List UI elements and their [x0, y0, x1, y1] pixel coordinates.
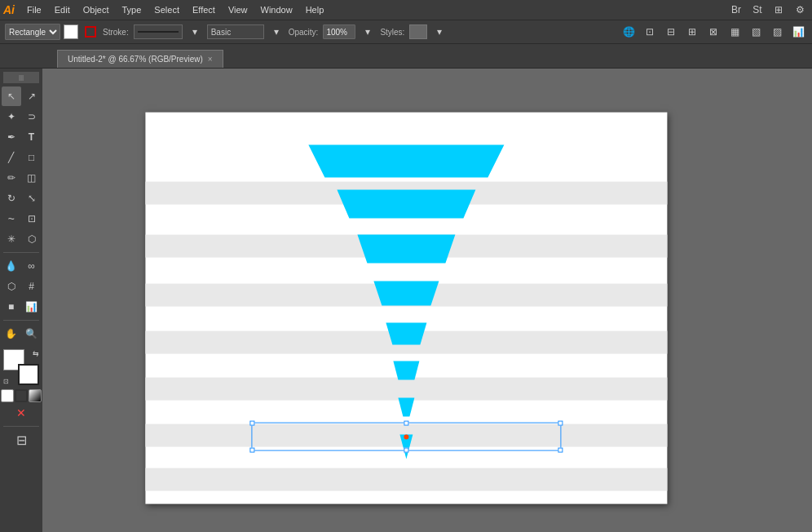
menu-file[interactable]: File — [21, 3, 47, 16]
opacity-arrow-btn[interactable]: ▾ — [359, 23, 377, 41]
align-icon-3[interactable]: ⊞ — [683, 23, 701, 41]
gradient-tools-row: ■ 📊 — [2, 297, 42, 317]
gradient-mode-btn[interactable] — [29, 389, 42, 402]
tab-bar: Untitled-2* @ 66.67% (RGB/Preview) × — [0, 44, 812, 69]
style-label: Styles: — [380, 28, 404, 37]
globe-icon-btn[interactable]: 🌐 — [620, 23, 638, 41]
menu-effect[interactable]: Effect — [187, 3, 221, 16]
direct-select-tool-btn[interactable]: ↗ — [22, 86, 42, 106]
artboard — [145, 113, 667, 504]
top-right-icons: Br St ⊞ ⚙ — [727, 1, 809, 19]
pencil-tool-btn[interactable]: ✏ — [2, 168, 21, 188]
handle-tl[interactable] — [249, 421, 254, 426]
tab-close-btn[interactable]: × — [208, 55, 213, 64]
funnel-level-2 — [337, 190, 475, 219]
eraser-tool-btn[interactable]: ◫ — [22, 168, 42, 188]
canvas-area — [42, 69, 812, 532]
funnel-level-6 — [393, 361, 419, 380]
menu-bar: Ai File Edit Object Type Select Effect V… — [0, 0, 812, 20]
pen-tools-row: ✒ T — [2, 127, 42, 147]
handle-br[interactable] — [558, 448, 563, 453]
puppet-warp-tool-btn[interactable]: ✳ — [2, 229, 21, 249]
pencil-tools-row: ✏ ◫ — [2, 168, 42, 188]
graph-tool-btn[interactable]: 📊 — [22, 297, 42, 317]
left-toolbar: ||| ↖ ↗ ✦ ⊃ ✒ T ╱ □ ✏ ◫ ↻ — [0, 69, 42, 532]
menu-object[interactable]: Object — [77, 3, 115, 16]
app-logo: Ai — [3, 3, 15, 16]
center-handle[interactable] — [404, 434, 408, 439]
scale-tool-btn[interactable]: ⤡ — [22, 188, 42, 208]
paint-tools-row: 💧 ∞ — [2, 256, 42, 276]
free-transform-tool-btn[interactable]: ⊡ — [22, 209, 42, 228]
rect-tool-btn[interactable]: □ — [22, 148, 42, 167]
stroke-dropdown-btn[interactable]: ▾ — [186, 23, 204, 41]
handle-bm[interactable] — [404, 448, 408, 453]
type-tool-btn[interactable]: T — [22, 127, 42, 147]
warp-tools-row: ~ ⊡ — [2, 209, 42, 228]
default-colors-icon[interactable]: ⊡ — [3, 378, 9, 385]
align-icon-6[interactable]: ▧ — [747, 23, 765, 41]
line-tool-btn[interactable]: ╱ — [2, 148, 21, 167]
stroke-width-input[interactable]: Basic — [207, 24, 264, 39]
swap-colors-icon[interactable]: ⇆ — [33, 349, 39, 357]
live-paint-tool-btn[interactable]: ⬡ — [2, 277, 21, 296]
funnel-level-1 — [308, 145, 504, 178]
fill-color-swatch[interactable] — [64, 24, 78, 39]
eyedropper-tool-btn[interactable]: 💧 — [2, 256, 21, 276]
zoom-tool-btn[interactable]: 🔍 — [22, 324, 42, 344]
toolbar-divider-3 — [3, 426, 39, 427]
mesh-tool-btn[interactable]: # — [22, 277, 42, 296]
stroke-box[interactable] — [18, 364, 39, 385]
align-icon-1[interactable]: ⊡ — [641, 23, 659, 41]
stroke-color-btn[interactable] — [82, 23, 99, 41]
select-tools-row: ↖ ↗ — [2, 86, 42, 106]
menu-select[interactable]: Select — [148, 3, 185, 16]
handle-tr[interactable] — [558, 421, 563, 426]
document-tab[interactable]: Untitled-2* @ 66.67% (RGB/Preview) × — [57, 50, 223, 68]
align-icon-7[interactable]: ▨ — [768, 23, 786, 41]
mode-row: ✕ — [11, 403, 31, 423]
st-icon-btn[interactable]: St — [748, 1, 766, 19]
rotate-tool-btn[interactable]: ↻ — [2, 188, 21, 208]
zoom-tools-row: ✋ 🔍 — [2, 324, 42, 344]
hand-tool-btn[interactable]: ✋ — [2, 324, 21, 344]
funnel-level-3 — [357, 235, 455, 264]
align-icon-4[interactable]: ⊠ — [704, 23, 722, 41]
magic-lasso-row: ✦ ⊃ — [2, 107, 42, 126]
selection-rect — [251, 423, 561, 451]
warp-tool-btn[interactable]: ~ — [2, 209, 21, 228]
menu-view[interactable]: View — [223, 3, 254, 16]
magic-wand-tool-btn[interactable]: ✦ — [2, 107, 21, 126]
style-dropdown-btn[interactable]: ▾ — [430, 23, 448, 41]
align-icon-5[interactable]: ▦ — [726, 23, 744, 41]
graph-icon-btn[interactable]: 📊 — [789, 23, 807, 41]
lasso-tool-btn[interactable]: ⊃ — [22, 107, 42, 126]
basic-dropdown-btn[interactable]: ▾ — [267, 23, 285, 41]
grid-icon-btn[interactable]: ⊞ — [770, 1, 788, 19]
menu-edit[interactable]: Edit — [49, 3, 76, 16]
handle-tm[interactable] — [404, 421, 408, 426]
shape-selector[interactable]: Rectangle — [5, 24, 60, 40]
selection-tool-btn[interactable]: ↖ — [2, 86, 21, 106]
graph-tools-row: ⬡ # — [2, 277, 42, 296]
shapebuilder-tool-btn[interactable]: ⬡ — [22, 229, 42, 249]
stroke-mode-btn[interactable] — [15, 389, 28, 402]
handle-bl[interactable] — [249, 448, 254, 453]
opacity-input[interactable] — [323, 24, 355, 39]
gradient-tool-btn[interactable]: ■ — [2, 297, 21, 317]
menu-type[interactable]: Type — [117, 3, 148, 16]
menu-help[interactable]: Help — [300, 3, 330, 16]
none-mode-btn[interactable]: ✕ — [11, 403, 31, 423]
blend-tool-btn[interactable]: ∞ — [22, 256, 42, 276]
br-icon-btn[interactable]: Br — [727, 1, 745, 19]
style-preview[interactable] — [409, 24, 427, 39]
align-icon-2[interactable]: ⊟ — [662, 23, 680, 41]
pen-tool-btn[interactable]: ✒ — [2, 127, 21, 147]
tab-title: Untitled-2* @ 66.67% (RGB/Preview) — [68, 55, 203, 64]
stroke-preview — [134, 24, 183, 39]
menu-window[interactable]: Window — [255, 3, 298, 16]
settings-icon-btn[interactable]: ⚙ — [791, 1, 809, 19]
artboard-tool-btn[interactable]: ⊟ — [11, 430, 31, 450]
fill-mode-btn[interactable] — [1, 389, 14, 402]
toolbar-divider-2 — [3, 320, 39, 321]
